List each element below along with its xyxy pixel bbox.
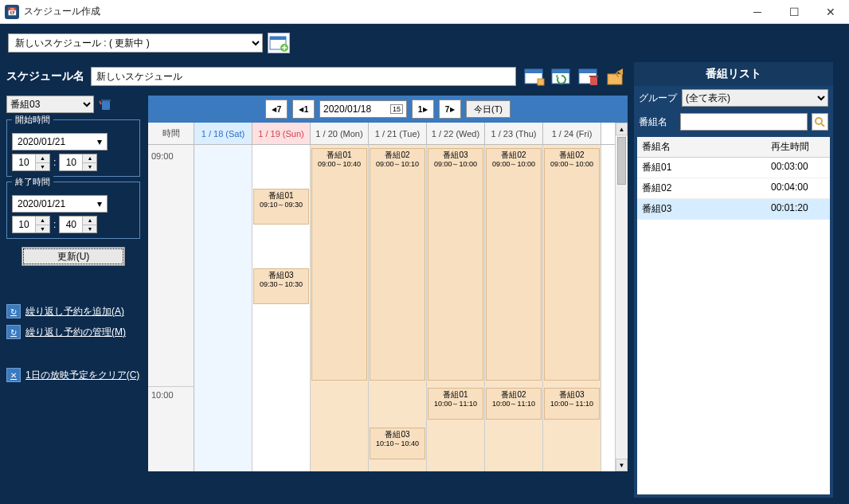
calendar-event[interactable]: 番組0109:00～10:40 bbox=[311, 148, 367, 381]
minimize-button[interactable]: ─ bbox=[739, 0, 776, 24]
app-icon: 📅 bbox=[5, 5, 19, 19]
calendar-header: 時間 1 / 18 (Sat) 1 / 19 (Sun) 1 / 20 (Mon… bbox=[148, 123, 615, 145]
maximize-button[interactable]: ☐ bbox=[776, 0, 812, 24]
scroll-down[interactable]: ▼ bbox=[616, 459, 628, 471]
calendar-plus-icon bbox=[269, 34, 288, 52]
schedule-name-row: スケジュール名 bbox=[6, 62, 628, 91]
day-col-3[interactable]: 番組0209:00～10:10番組0310:10～10:40 bbox=[369, 145, 427, 471]
svg-rect-9 bbox=[579, 69, 597, 73]
program-name-label: 番組名 bbox=[639, 115, 675, 129]
day-col-5[interactable]: 番組0209:00～10:00番組0210:00～11:10 bbox=[485, 145, 543, 471]
add-repeat-link[interactable]: ↻ 繰り返し予約を追加(A) bbox=[6, 304, 140, 318]
svg-rect-1 bbox=[270, 37, 286, 40]
nav-plus-1[interactable]: 1 bbox=[412, 100, 434, 119]
day-header-4: 1 / 22 (Wed) bbox=[427, 123, 485, 144]
col-duration: 再生時間 bbox=[766, 137, 830, 157]
svg-rect-14 bbox=[101, 100, 111, 101]
day-col-6[interactable]: 番組0209:00～10:00番組0310:00～11:10 bbox=[543, 145, 601, 471]
program-list-title: 番組リスト bbox=[634, 62, 833, 86]
schedule-name-label: スケジュール名 bbox=[6, 69, 84, 84]
start-date-input[interactable]: 2020/01/21▾ bbox=[12, 133, 108, 150]
day-header-1: 1 / 19 (Sun) bbox=[252, 123, 311, 144]
schedule-dropdown[interactable]: 新しいスケジュール : ( 更新中 ) bbox=[8, 33, 263, 53]
program-delete-button[interactable] bbox=[97, 96, 115, 113]
calendar-scrollbar[interactable]: ▲ ▼ bbox=[615, 123, 628, 471]
scroll-thumb[interactable] bbox=[617, 137, 626, 185]
day-header-3: 1 / 21 (Tue) bbox=[369, 123, 427, 144]
titlebar: 📅 スケジュール作成 ─ ☐ ✕ bbox=[0, 0, 849, 24]
day-col-1[interactable]: 番組0109:10～09:30番組0309:30～10:30 bbox=[252, 145, 311, 471]
group-select[interactable]: (全て表示) bbox=[682, 89, 828, 107]
calendar-tool-button-1[interactable] bbox=[522, 65, 546, 88]
program-combo: 番組03 bbox=[6, 96, 140, 113]
start-min-spinner[interactable]: ▲▼ bbox=[59, 154, 97, 171]
nav-minus-7[interactable]: 7 bbox=[265, 100, 288, 119]
calendar-nav: 7 1 2020/01/1815 1 7 今日(T) bbox=[148, 96, 628, 123]
svg-line-16 bbox=[821, 123, 824, 127]
search-button[interactable] bbox=[812, 113, 828, 131]
calendar-event[interactable]: 番組0209:00～10:10 bbox=[370, 148, 425, 381]
svg-rect-7 bbox=[552, 69, 569, 73]
day-col-4[interactable]: 番組0309:00～10:00番組0110:00～11:10 bbox=[427, 145, 485, 471]
calendar-event[interactable]: 番組0110:00～11:10 bbox=[428, 388, 483, 420]
repeat-plus-icon: ↻ bbox=[6, 304, 21, 318]
today-button[interactable]: 今日(T) bbox=[466, 100, 511, 118]
end-hour-spinner[interactable]: ▲▼ bbox=[12, 216, 50, 233]
calendar-event[interactable]: 番組0310:10～10:40 bbox=[370, 428, 425, 459]
calendar-event[interactable]: 番組0309:30～10:30 bbox=[253, 268, 309, 304]
calendar-small-icon: 15 bbox=[390, 104, 403, 114]
program-row[interactable]: 番組0100:03:00 bbox=[637, 158, 830, 178]
search-icon bbox=[814, 116, 825, 127]
calendar-event[interactable]: 番組0209:00～10:00 bbox=[544, 148, 600, 381]
day-header-6: 1 / 24 (Fri) bbox=[543, 123, 601, 144]
schedule-name-input[interactable] bbox=[91, 67, 516, 86]
svg-rect-5 bbox=[538, 79, 544, 85]
repeat-gear-icon: ↻ bbox=[6, 325, 21, 339]
program-row[interactable]: 番組0200:04:00 bbox=[637, 178, 830, 199]
col-name: 番組名 bbox=[637, 137, 766, 157]
end-date-input[interactable]: 2020/01/21▾ bbox=[12, 195, 108, 213]
nav-minus-1[interactable]: 1 bbox=[292, 100, 315, 119]
svg-rect-4 bbox=[525, 69, 542, 73]
program-list-panel: 番組リスト グループ (全て表示) 番組名 番組名 再生時間 番組0100:03… bbox=[634, 62, 833, 498]
svg-rect-11 bbox=[589, 76, 598, 77]
calendar-event[interactable]: 番組0309:00～10:00 bbox=[428, 148, 483, 381]
svg-rect-12 bbox=[608, 74, 622, 84]
program-table: 番組名 再生時間 番組0100:03:00番組0200:04:00番組0300:… bbox=[637, 137, 830, 494]
day-col-0[interactable] bbox=[194, 145, 252, 471]
calendar-delete-button[interactable] bbox=[577, 65, 601, 88]
nav-date[interactable]: 2020/01/1815 bbox=[319, 100, 407, 118]
day-header-5: 1 / 23 (Thu) bbox=[485, 123, 543, 144]
day-header-0: 1 / 18 (Sat) bbox=[194, 123, 252, 144]
group-label: グループ bbox=[639, 92, 677, 105]
nav-plus-7[interactable]: 7 bbox=[439, 100, 461, 119]
end-min-spinner[interactable]: ▲▼ bbox=[59, 216, 97, 233]
update-button[interactable]: 更新(U) bbox=[22, 247, 125, 266]
scroll-up[interactable]: ▲ bbox=[616, 123, 628, 135]
calendar-event[interactable]: 番組0109:10～09:30 bbox=[253, 189, 309, 225]
time-header: 時間 bbox=[148, 123, 194, 144]
clear-x-icon: ✕ bbox=[6, 368, 21, 382]
calendar-refresh-button[interactable] bbox=[550, 65, 573, 88]
close-button[interactable]: ✕ bbox=[812, 0, 849, 24]
calendar-event[interactable]: 番組0310:00～11:10 bbox=[544, 388, 600, 420]
add-schedule-button[interactable] bbox=[268, 33, 290, 53]
start-time-fieldset: 開始時間 2020/01/21▾ ▲▼ : ▲▼ bbox=[6, 119, 140, 177]
calendar-event[interactable]: 番組0209:00～10:00 bbox=[486, 148, 542, 381]
calendar-upload-button[interactable] bbox=[604, 65, 628, 88]
time-label-0: 09:00 bbox=[148, 148, 194, 387]
program-select[interactable]: 番組03 bbox=[6, 96, 94, 113]
svg-rect-13 bbox=[102, 101, 110, 110]
calendar-event[interactable]: 番組0210:00～11:10 bbox=[486, 388, 542, 420]
program-search-input[interactable] bbox=[680, 113, 808, 131]
clear-day-link[interactable]: ✕ 1日の放映予定をクリア(C) bbox=[6, 368, 140, 382]
end-time-fieldset: 終了時間 2020/01/21▾ ▲▼ : ▲▼ bbox=[6, 182, 140, 239]
svg-point-15 bbox=[816, 118, 822, 124]
window-title: スケジュール作成 bbox=[24, 5, 739, 18]
manage-repeat-link[interactable]: ↻ 繰り返し予約の管理(M) bbox=[6, 325, 140, 339]
day-col-2[interactable]: 番組0109:00～10:40 bbox=[311, 145, 369, 471]
program-row[interactable]: 番組0300:01:20 bbox=[637, 199, 830, 220]
start-hour-spinner[interactable]: ▲▼ bbox=[12, 154, 50, 171]
day-header-2: 1 / 20 (Mon) bbox=[311, 123, 369, 144]
time-label-1: 10:00 bbox=[148, 387, 194, 471]
